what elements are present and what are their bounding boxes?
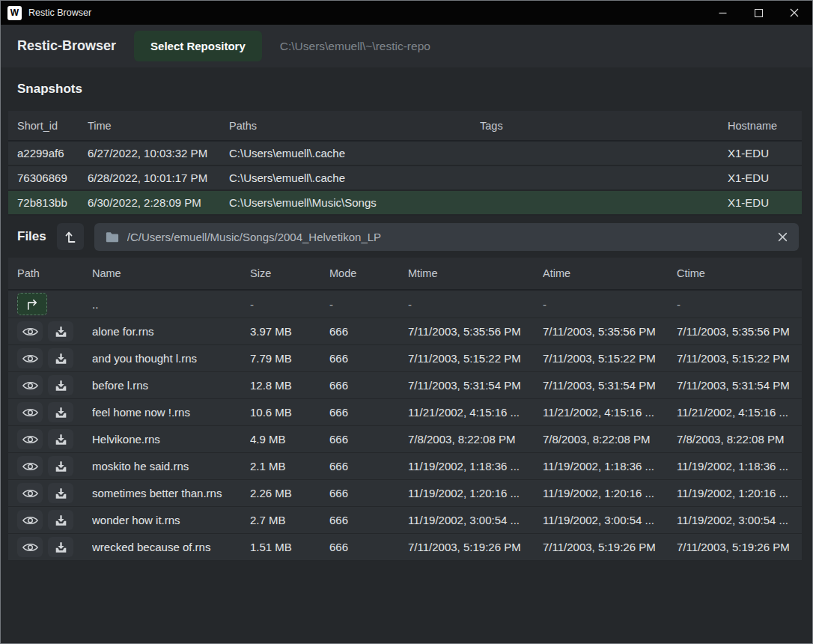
minimize-button[interactable] bbox=[704, 1, 740, 25]
snapshot-hostname: X1-EDU bbox=[728, 147, 802, 160]
column-header-paths[interactable]: Paths bbox=[229, 120, 480, 132]
eye-icon bbox=[22, 461, 38, 472]
column-header-mode[interactable]: Mode bbox=[329, 267, 408, 279]
download-icon bbox=[55, 434, 67, 446]
eye-icon bbox=[22, 407, 38, 418]
column-header-time[interactable]: Time bbox=[88, 120, 229, 132]
preview-file-button[interactable] bbox=[17, 429, 43, 449]
column-header-short-id[interactable]: Short_id bbox=[17, 120, 88, 132]
corner-up-right-arrow-icon bbox=[24, 298, 40, 311]
close-button[interactable] bbox=[776, 1, 812, 25]
file-size: 1.51 MB bbox=[250, 541, 329, 553]
eye-icon bbox=[22, 542, 38, 553]
file-row: Helvikone.rns 4.9 MB 666 7/8/2003, 8:22:… bbox=[8, 426, 802, 453]
eye-icon bbox=[22, 326, 38, 337]
column-header-atime[interactable]: Atime bbox=[543, 267, 677, 279]
download-file-button[interactable] bbox=[48, 483, 73, 503]
file-mode: 666 bbox=[329, 514, 408, 526]
file-mtime: 7/11/2003, 5:35:56 PM bbox=[408, 325, 543, 338]
column-header-tags[interactable]: Tags bbox=[480, 120, 728, 132]
preview-file-button[interactable] bbox=[17, 348, 43, 368]
file-row: wrecked because of.rns 1.51 MB 666 7/11/… bbox=[8, 534, 802, 561]
snapshots-table-header: Short_id Time Paths Tags Hostname bbox=[8, 111, 802, 142]
file-size: 2.26 MB bbox=[250, 487, 329, 499]
column-header-hostname[interactable]: Hostname bbox=[728, 120, 802, 132]
current-path-bar[interactable]: /C/Users/emuell/Music/Songs/2004_Helveti… bbox=[94, 223, 799, 251]
download-file-button[interactable] bbox=[48, 510, 73, 530]
file-ctime: 11/21/2002, 4:15:16 ... bbox=[677, 406, 802, 419]
download-file-button[interactable] bbox=[48, 321, 73, 341]
snapshot-row[interactable]: 76306869 6/28/2022, 10:01:17 PM C:\Users… bbox=[8, 166, 802, 191]
app-title: Restic-Browser bbox=[17, 38, 116, 54]
select-repository-button[interactable]: Select Repository bbox=[134, 31, 262, 61]
download-file-button[interactable] bbox=[48, 537, 73, 557]
file-row: wonder how it.rns 2.7 MB 666 11/19/2002,… bbox=[8, 507, 802, 534]
wails-app-icon: W bbox=[7, 6, 22, 20]
snapshot-paths: C:\Users\emuell\.cache bbox=[229, 171, 480, 184]
snapshot-time: 6/28/2022, 10:01:17 PM bbox=[88, 171, 229, 184]
file-mode: 666 bbox=[329, 487, 408, 499]
file-atime: 11/19/2002, 3:00:54 ... bbox=[543, 514, 677, 526]
file-mode: - bbox=[329, 298, 408, 311]
preview-file-button[interactable] bbox=[17, 537, 43, 557]
file-row-actions bbox=[17, 375, 92, 395]
file-row: feel home now !.rns 10.6 MB 666 11/21/20… bbox=[8, 399, 802, 426]
eye-icon bbox=[22, 380, 38, 391]
file-name: feel home now !.rns bbox=[92, 406, 250, 419]
preview-file-button[interactable] bbox=[17, 375, 43, 395]
snapshot-hostname: X1-EDU bbox=[728, 171, 802, 184]
column-header-size[interactable]: Size bbox=[250, 267, 329, 279]
file-size: 2.1 MB bbox=[250, 460, 329, 473]
preview-file-button[interactable] bbox=[17, 483, 43, 503]
column-header-name[interactable]: Name bbox=[92, 267, 250, 279]
folder-icon bbox=[106, 231, 119, 243]
file-ctime: 7/11/2003, 5:19:26 PM bbox=[677, 541, 802, 553]
file-size: 4.9 MB bbox=[250, 433, 329, 446]
download-icon bbox=[55, 461, 67, 473]
file-mtime: 7/11/2003, 5:15:22 PM bbox=[408, 352, 543, 365]
file-mode: 666 bbox=[329, 433, 408, 446]
column-header-mtime[interactable]: Mtime bbox=[408, 267, 543, 279]
download-file-button[interactable] bbox=[48, 402, 73, 422]
file-mtime: 7/11/2003, 5:31:54 PM bbox=[408, 379, 543, 392]
snapshot-row[interactable]: a2299af6 6/27/2022, 10:03:32 PM C:\Users… bbox=[8, 142, 802, 166]
file-row: and you thought l.rns 7.79 MB 666 7/11/2… bbox=[8, 345, 802, 372]
download-file-button[interactable] bbox=[48, 429, 73, 449]
current-path-text: /C/Users/emuell/Music/Songs/2004_Helveti… bbox=[127, 231, 770, 243]
download-file-button[interactable] bbox=[48, 348, 73, 368]
snapshots-section-title: Snapshots bbox=[17, 82, 82, 97]
preview-file-button[interactable] bbox=[17, 510, 43, 530]
maximize-icon bbox=[755, 9, 763, 17]
file-atime: 11/21/2002, 4:15:16 ... bbox=[543, 406, 677, 419]
file-mtime: 11/19/2002, 1:18:36 ... bbox=[408, 460, 543, 473]
maximize-button[interactable] bbox=[740, 1, 776, 25]
download-file-button[interactable] bbox=[48, 375, 73, 395]
file-ctime: 7/11/2003, 5:15:22 PM bbox=[677, 352, 802, 365]
minimize-icon bbox=[719, 9, 727, 17]
file-size: 3.97 MB bbox=[250, 325, 329, 338]
eye-icon bbox=[22, 515, 38, 526]
column-header-path[interactable]: Path bbox=[17, 267, 92, 279]
preview-file-button[interactable] bbox=[17, 456, 43, 476]
file-name: .. bbox=[92, 298, 250, 311]
file-name: moskito he said.rns bbox=[92, 460, 250, 473]
file-row-actions bbox=[17, 321, 92, 341]
close-icon bbox=[790, 8, 799, 17]
file-mtime: 7/11/2003, 5:19:26 PM bbox=[408, 541, 543, 553]
file-ctime: 11/19/2002, 1:18:36 ... bbox=[677, 460, 802, 473]
preview-file-button[interactable] bbox=[17, 321, 43, 341]
snapshots-section-band: Snapshots bbox=[1, 67, 812, 111]
preview-file-button[interactable] bbox=[17, 402, 43, 422]
snapshot-row-selected[interactable]: 72b813bb 6/30/2022, 2:28:09 PM C:\Users\… bbox=[8, 191, 802, 216]
file-size: - bbox=[250, 298, 329, 311]
column-header-ctime[interactable]: Ctime bbox=[677, 267, 802, 279]
file-ctime: - bbox=[677, 298, 802, 311]
download-file-button[interactable] bbox=[48, 456, 73, 476]
file-mtime: 7/8/2003, 8:22:08 PM bbox=[408, 433, 543, 446]
navigate-up-button[interactable] bbox=[57, 223, 84, 250]
files-table: Path Name Size Mode Mtime Atime Ctime ..… bbox=[8, 258, 802, 561]
go-to-parent-button[interactable] bbox=[17, 293, 47, 315]
titlebar: W Restic Browser bbox=[1, 1, 812, 25]
clear-path-button[interactable] bbox=[778, 232, 788, 242]
file-row: alone for.rns 3.97 MB 666 7/11/2003, 5:3… bbox=[8, 318, 802, 345]
